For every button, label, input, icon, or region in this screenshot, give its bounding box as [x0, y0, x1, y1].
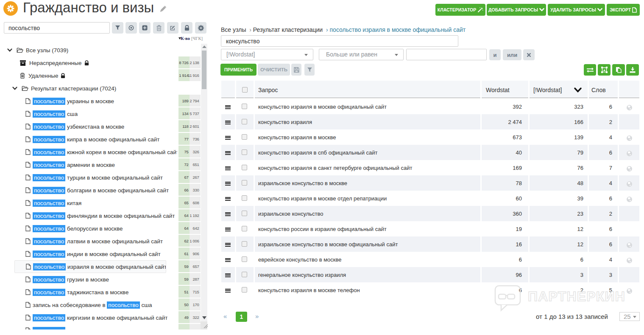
svg-text:ПАРТНЕРКИН: ПАРТНЕРКИН [528, 289, 625, 304]
